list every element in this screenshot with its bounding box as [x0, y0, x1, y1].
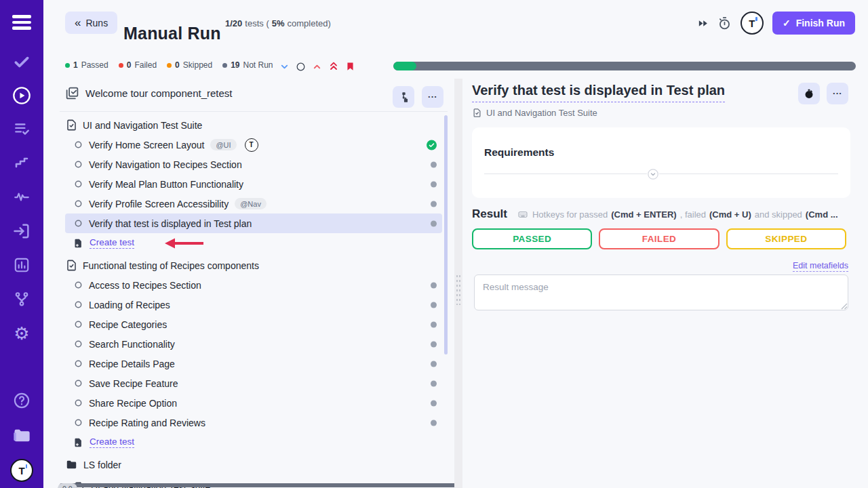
create-test-link[interactable]: Create test	[90, 237, 134, 249]
priority-normal-circle-icon[interactable]	[296, 62, 306, 72]
tree-test-row[interactable]: Recipe Categories	[65, 314, 442, 334]
tree-test-row[interactable]: Share Recipe Option	[65, 393, 442, 413]
help-icon[interactable]	[0, 392, 43, 409]
test-label: Verify that test is displayed in Test pl…	[89, 218, 252, 229]
tree-test-row-selected[interactable]: Verify that test is displayed in Test pl…	[65, 214, 442, 233]
settings-gear-icon[interactable]: ⚙	[0, 325, 43, 342]
red-arrow-annotation	[164, 238, 203, 249]
test-label: Loading of Recipes	[89, 300, 170, 310]
keyboard-icon	[517, 209, 529, 220]
tree-folder-row[interactable]: LS folder	[65, 455, 442, 474]
finish-run-button[interactable]: ✓ Finish Run	[772, 12, 855, 35]
tree-test-row[interactable]: Loading of Recipes	[65, 295, 442, 314]
requirements-title: Requirements	[484, 146, 554, 159]
tree-test-row[interactable]: Save Recipe Feature	[65, 373, 442, 393]
test-circle-icon	[75, 419, 82, 426]
test-tree: UI and Navigation Test Suite Verify Home…	[65, 115, 442, 488]
status-notrun-icon	[431, 181, 437, 187]
status-notrun-icon	[431, 420, 437, 426]
tree-test-row[interactable]: Access to Recipes Section	[65, 275, 442, 295]
tree-horizontal-scrollbar[interactable]	[60, 483, 458, 487]
menu-icon[interactable]	[0, 12, 43, 33]
test-tag-badge[interactable]: @UI	[210, 139, 236, 150]
suite-doc-icon	[65, 259, 78, 272]
folder-icon	[65, 459, 78, 470]
tree-test-row[interactable]: Verify Home Screen Layout @UI T	[65, 135, 442, 155]
tree-test-row[interactable]: Search Functionality	[65, 334, 442, 354]
status-notrun-icon	[431, 361, 437, 367]
drag-grip-dots-icon	[456, 274, 461, 305]
detail-more-button[interactable]: ...	[827, 83, 848, 104]
tree-test-row[interactable]: Recipe Rating and Reviews	[65, 413, 442, 432]
create-test-row[interactable]: Create test	[65, 432, 442, 452]
testomat-logo-icon[interactable]: T	[741, 12, 764, 35]
suite-doc-icon	[472, 108, 482, 118]
priority-low-chevron-down-icon[interactable]	[279, 62, 290, 72]
passed-button[interactable]: PASSED	[472, 228, 592, 249]
priority-high-chevron-up-icon[interactable]	[312, 62, 322, 72]
check-nav-icon[interactable]	[0, 53, 43, 70]
tree-test-row[interactable]: Verify Meal Plan Button Functionality	[65, 174, 442, 194]
projects-folder-icon[interactable]	[0, 426, 43, 445]
result-title: Result	[472, 207, 507, 221]
run-status-counters: 1 Passed 0 Failed 0 Skipped 19 Not Run	[65, 60, 273, 70]
tree-test-row[interactable]: Recipe Details Page	[65, 354, 442, 373]
suite-doc-icon	[65, 119, 78, 131]
sidebar: ⚙ T	[0, 0, 43, 488]
back-to-runs-button[interactable]: « Runs	[65, 12, 117, 34]
status-notrun-icon	[431, 220, 437, 226]
failed-button[interactable]: FAILED	[599, 228, 719, 249]
test-circle-icon	[75, 180, 82, 188]
skipped-dot-icon	[167, 63, 172, 68]
edit-metafields-link[interactable]: Edit metafields	[743, 261, 848, 270]
status-notrun-icon	[431, 282, 437, 288]
pulse-icon[interactable]	[0, 188, 43, 205]
priority-blocker-bookmark-icon[interactable]	[345, 61, 355, 72]
import-icon[interactable]	[0, 222, 43, 241]
result-message-input[interactable]	[474, 274, 848, 310]
tree-vertical-scrollbar[interactable]	[444, 115, 448, 354]
status-notrun-icon	[431, 161, 437, 167]
tree-suite-row[interactable]: Functional testing of Recipes components	[65, 256, 442, 275]
test-circle-icon	[75, 281, 82, 289]
duration-badge: 0.0	[58, 483, 77, 488]
test-label: Verify Profile Screen Accessibility	[89, 199, 229, 209]
suite-label: Functional testing of Recipes components	[83, 260, 259, 271]
run-play-icon[interactable]	[0, 86, 43, 105]
doc-plus-icon	[73, 238, 83, 249]
panel-resize-handle[interactable]	[454, 79, 462, 488]
notrun-counter: 19 Not Run	[222, 60, 273, 70]
test-tag-badge[interactable]: @Nav	[235, 198, 267, 209]
test-list-icon[interactable]	[0, 120, 43, 138]
steps-icon[interactable]	[0, 155, 43, 171]
double-chevron-left-icon: «	[75, 16, 81, 30]
timer-button[interactable]	[798, 83, 820, 104]
suite-breadcrumb[interactable]: UI and Navigation Test Suite	[472, 108, 597, 118]
test-circle-icon	[75, 321, 82, 328]
passed-counter: 1 Passed	[65, 60, 108, 70]
tree-more-button[interactable]: ...	[422, 86, 443, 108]
tree-test-row[interactable]: Verify Profile Screen Accessibility @Nav	[65, 194, 442, 214]
test-label: Recipe Details Page	[89, 359, 175, 369]
requirements-expand-toggle[interactable]	[647, 168, 659, 180]
stopwatch-icon[interactable]	[717, 16, 732, 30]
status-notrun-icon	[431, 341, 437, 347]
fast-forward-icon[interactable]	[697, 18, 709, 29]
test-detail-title[interactable]: Verify that test is displayed in Test pl…	[472, 83, 725, 102]
skipped-button[interactable]: SKIPPED	[726, 228, 846, 249]
test-label: Share Recipe Option	[89, 398, 177, 409]
app-logo-icon[interactable]: T	[0, 459, 43, 482]
tests-count: 1/20	[225, 18, 242, 28]
create-test-link[interactable]: Create test	[90, 436, 134, 448]
branch-icon[interactable]	[0, 290, 43, 308]
priority-critical-double-chevron-icon[interactable]	[328, 61, 339, 72]
tree-test-row[interactable]: Verify Navigation to Recipes Section	[65, 155, 442, 174]
create-test-row[interactable]: Create test	[65, 233, 442, 253]
passed-dot-icon	[65, 63, 70, 68]
tree-suite-row[interactable]: UI and Navigation Test Suite	[65, 115, 442, 135]
analytics-icon[interactable]	[0, 256, 43, 274]
automated-test-logo-icon: T	[245, 138, 258, 152]
status-notrun-icon	[431, 201, 437, 207]
tree-view-button[interactable]	[393, 86, 414, 108]
run-checklist-icon	[65, 86, 79, 100]
